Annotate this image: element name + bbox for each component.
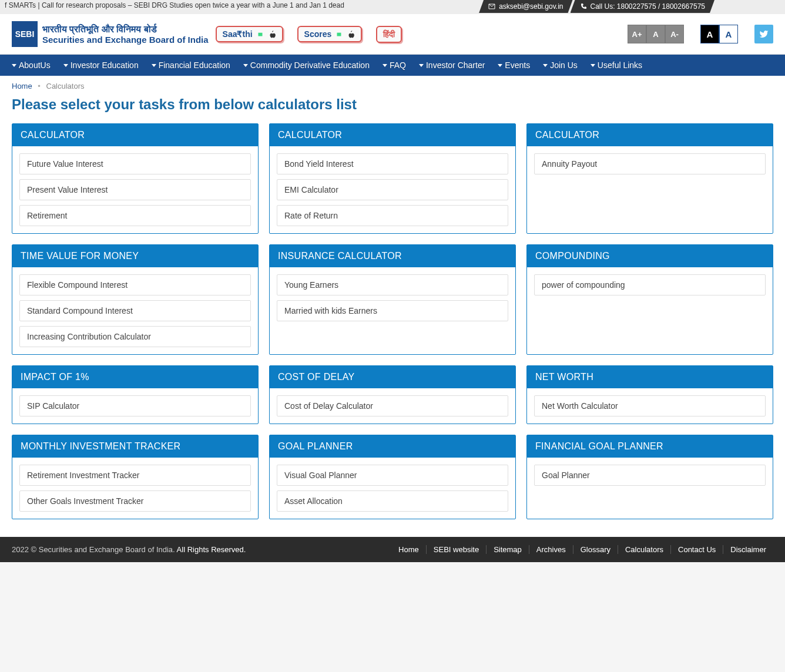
breadcrumb-home[interactable]: Home	[12, 82, 32, 90]
card-body: Young EarnersMarried with kids Earners	[270, 267, 515, 328]
card-header: IMPACT OF 1%	[12, 366, 258, 388]
calculator-link[interactable]: Bond Yield Interest	[277, 153, 508, 174]
card-header: NET WORTH	[527, 366, 773, 388]
logo[interactable]: SEBI भारतीय प्रतिभूति और विनिमय बोर्ड Se…	[12, 21, 209, 47]
calculator-card: TIME VALUE FOR MONEYFlexible Compound In…	[12, 244, 259, 355]
calculator-card: CALCULATORBond Yield InterestEMI Calcula…	[269, 123, 516, 234]
calculator-card: COMPOUNDINGpower of compounding	[526, 244, 773, 355]
mail-icon	[488, 3, 495, 10]
scores-button[interactable]: Scores	[297, 26, 363, 42]
phone-link[interactable]: Call Us: 1800227575 / 18002667575	[571, 0, 715, 13]
card-header: MONTHLY INVESTMENT TRACKER	[12, 435, 258, 458]
card-body: SIP Calculator	[12, 388, 258, 424]
footer-link-glossary[interactable]: Glossary	[573, 545, 618, 554]
android-icon	[335, 30, 343, 38]
logo-square: SEBI	[12, 21, 38, 47]
contrast-light-button[interactable]: A	[719, 25, 738, 43]
card-body: Retirement Investment TrackerOther Goals…	[12, 458, 258, 519]
calculator-link[interactable]: Standard Compound Interest	[19, 300, 251, 321]
calculator-link[interactable]: Future Value Interest	[19, 153, 251, 174]
font-increase-button[interactable]: A+	[628, 25, 646, 43]
card-body: Annuity Payout	[527, 146, 773, 182]
calculator-link[interactable]: Increasing Contribution Calculator	[19, 326, 251, 347]
calculator-link[interactable]: Retirement	[19, 205, 251, 226]
calculator-link[interactable]: Young Earners	[277, 274, 508, 295]
news-ticker[interactable]: f SMARTs | Call for research proposals –…	[0, 1, 344, 9]
calculator-grid: CALCULATORFuture Value InterestPresent V…	[0, 123, 785, 537]
hindi-label: हिंदी	[383, 29, 395, 39]
card-header: CALCULATOR	[270, 124, 515, 146]
card-body: power of compounding	[527, 267, 773, 303]
footer-link-home[interactable]: Home	[391, 545, 427, 554]
calculator-link[interactable]: EMI Calculator	[277, 179, 508, 200]
footer-link-archives[interactable]: Archives	[529, 545, 573, 554]
card-header: COMPOUNDING	[527, 245, 773, 267]
calculator-card: MONTHLY INVESTMENT TRACKERRetirement Inv…	[12, 435, 259, 519]
card-header: INSURANCE CALCULATOR	[270, 245, 515, 267]
footer-links: HomeSEBI websiteSitemapArchivesGlossaryC…	[391, 545, 773, 554]
contrast-dark-button[interactable]: A	[700, 25, 719, 43]
card-header: CALCULATOR	[527, 124, 773, 146]
nav-item-useful-links[interactable]: Useful Links	[591, 61, 642, 70]
calculator-link[interactable]: Goal Planner	[534, 465, 766, 486]
nav-item-investor-charter[interactable]: Investor Charter	[419, 61, 485, 70]
scores-label: Scores	[304, 29, 332, 39]
calculator-link[interactable]: Annuity Payout	[534, 153, 766, 174]
breadcrumb-separator: •	[38, 82, 41, 90]
card-header: FINANCIAL GOAL PLANNER	[527, 435, 773, 458]
footer-link-sitemap[interactable]: Sitemap	[487, 545, 529, 554]
card-body: Flexible Compound InterestStandard Compo…	[12, 267, 258, 354]
nav-item-investor-education[interactable]: Investor Education	[63, 61, 139, 70]
calculator-link[interactable]: Net Worth Calculator	[534, 395, 766, 416]
contrast-controls: A A	[700, 25, 738, 43]
calculator-link[interactable]: Visual Goal Planner	[277, 465, 508, 486]
apple-icon	[347, 30, 355, 38]
android-icon	[256, 30, 264, 38]
nav-item-events[interactable]: Events	[498, 61, 530, 70]
calculator-link[interactable]: Married with kids Earners	[277, 300, 508, 321]
hindi-button[interactable]: हिंदी	[376, 26, 402, 43]
font-size-controls: A+ A A-	[628, 25, 684, 43]
header: SEBI भारतीय प्रतिभूति और विनिमय बोर्ड Se…	[0, 14, 785, 55]
nav-item-join-us[interactable]: Join Us	[543, 61, 578, 70]
calculator-link[interactable]: SIP Calculator	[19, 395, 251, 416]
logo-english: Securities and Exchange Board of India	[42, 35, 209, 45]
twitter-icon	[759, 29, 769, 39]
footer-link-sebi-website[interactable]: SEBI website	[427, 545, 487, 554]
calculator-link[interactable]: Asset Allocation	[277, 490, 508, 512]
twitter-button[interactable]	[754, 25, 773, 43]
logo-text: भारतीय प्रतिभूति और विनिमय बोर्ड Securit…	[42, 24, 209, 45]
calculator-link[interactable]: Retirement Investment Tracker	[19, 465, 251, 486]
copyright-white: All Rights Reserved.	[175, 545, 246, 554]
card-body: Bond Yield InterestEMI CalculatorRate of…	[270, 146, 515, 233]
footer-link-contact-us[interactable]: Contact Us	[671, 545, 723, 554]
nav-item-commodity-derivative-education[interactable]: Commodity Derivative Education	[243, 61, 370, 70]
logo-hindi: भारतीय प्रतिभूति और विनिमय बोर्ड	[42, 24, 209, 35]
nav-item-financial-education[interactable]: Financial Education	[152, 61, 230, 70]
main-nav: AboutUsInvestor EducationFinancial Educa…	[0, 55, 785, 76]
calculator-card: IMPACT OF 1%SIP Calculator	[12, 365, 259, 424]
calculator-link[interactable]: Present Value Interest	[19, 179, 251, 200]
nav-item-faq[interactable]: FAQ	[383, 61, 406, 70]
breadcrumb-current: Calculators	[46, 82, 85, 90]
copyright-gray: 2022 © Securities and Exchange Board of …	[12, 545, 175, 554]
email-text: asksebi@sebi.gov.in	[499, 2, 563, 11]
calculator-link[interactable]: Cost of Delay Calculator	[277, 395, 508, 416]
font-normal-button[interactable]: A	[646, 25, 665, 43]
footer-link-disclaimer[interactable]: Disclaimer	[723, 545, 773, 554]
card-body: Cost of Delay Calculator	[270, 388, 515, 424]
calculator-card: FINANCIAL GOAL PLANNERGoal Planner	[526, 435, 773, 519]
footer: 2022 © Securities and Exchange Board of …	[0, 537, 785, 562]
calculator-card: INSURANCE CALCULATORYoung EarnersMarried…	[269, 244, 516, 355]
font-decrease-button[interactable]: A-	[665, 25, 684, 43]
nav-item-aboutus[interactable]: AboutUs	[12, 61, 51, 70]
footer-link-calculators[interactable]: Calculators	[618, 545, 671, 554]
calculator-link[interactable]: Flexible Compound Interest	[19, 274, 251, 295]
topbar: f SMARTs | Call for research proposals –…	[0, 0, 785, 14]
saarthi-button[interactable]: Saa₹thi	[216, 26, 283, 42]
calculator-link[interactable]: Other Goals Investment Tracker	[19, 490, 251, 512]
calculator-card: CALCULATORFuture Value InterestPresent V…	[12, 123, 259, 234]
calculator-link[interactable]: Rate of Return	[277, 205, 508, 226]
email-link[interactable]: asksebi@sebi.gov.in	[479, 0, 572, 13]
calculator-link[interactable]: power of compounding	[534, 274, 766, 295]
